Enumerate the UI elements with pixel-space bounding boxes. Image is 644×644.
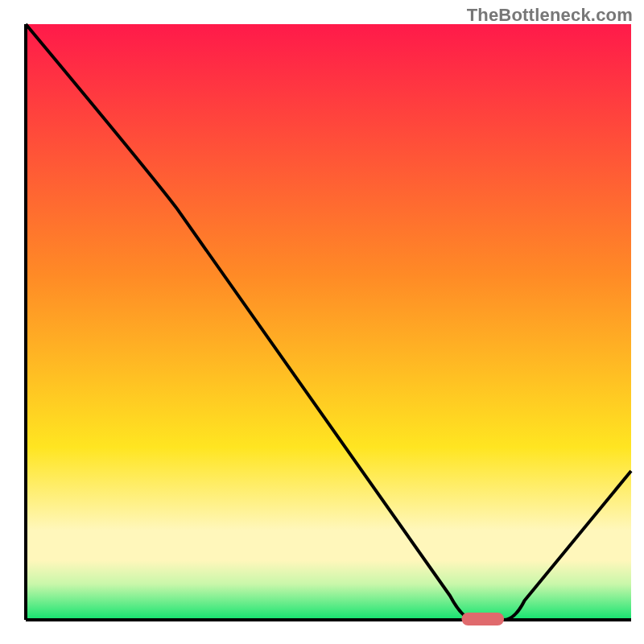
bottleneck-chart: TheBottleneck.com (0, 0, 644, 644)
gradient-backdrop (26, 24, 631, 620)
watermark-text: TheBottleneck.com (467, 5, 633, 26)
chart-plot (0, 0, 644, 644)
optimal-marker (461, 613, 504, 625)
